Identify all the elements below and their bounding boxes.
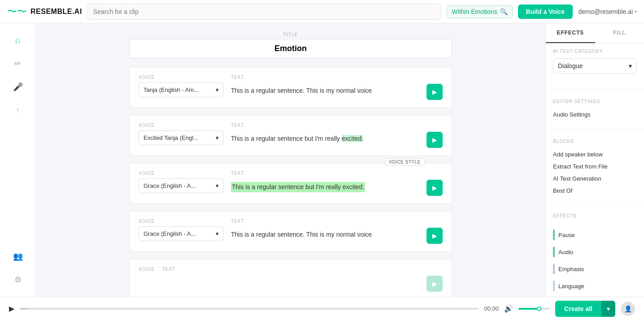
- sidebar-item-team[interactable]: 👥: [8, 246, 28, 266]
- play-button-4[interactable]: ▶: [426, 228, 443, 244]
- clip-block-1: VOICE Tanja (English - Am... ▾ TEXT This…: [129, 67, 452, 108]
- add-speaker-link[interactable]: Add speaker below: [553, 148, 637, 160]
- voice-label-5: VOICE: [139, 267, 155, 272]
- voice-chevron-2: ▾: [216, 134, 219, 141]
- volume-icon[interactable]: 🔊: [504, 304, 513, 313]
- sidebar-item-microphone[interactable]: 🎤: [8, 77, 28, 97]
- sidebar-item-home[interactable]: ⌂: [8, 30, 28, 50]
- effect-pause-label: Pause: [558, 232, 575, 238]
- text-label-4: TEXT: [231, 219, 419, 224]
- text-col-3: TEXT This is a regular sentence but I'm …: [231, 171, 419, 196]
- build-voice-button[interactable]: Build a Voice: [518, 4, 573, 19]
- play-button-3[interactable]: ▶: [426, 180, 443, 196]
- voice-label-3: VOICE: [139, 171, 224, 176]
- effect-pause[interactable]: Pause: [546, 226, 644, 243]
- clip-block-5: VOICE TEXT ▶: [129, 259, 452, 297]
- language-color-dot: [553, 281, 555, 291]
- right-panel-tabs: EFFECTS FILL: [546, 23, 644, 43]
- left-sidebar: ⌂ ✏ 🎤 ↑ 👥 ⚙: [0, 23, 36, 297]
- play-button-2[interactable]: ▶: [426, 132, 443, 148]
- tab-effects[interactable]: EFFECTS: [546, 23, 595, 43]
- effect-emphasis-label: Emphasis: [558, 266, 584, 272]
- voice-label-4: VOICE: [139, 219, 224, 224]
- voice-value-1: Tanja (English - Am...: [144, 86, 199, 93]
- voice-col-2: VOICE Excited Tanja (Engl... ▾: [139, 123, 224, 145]
- user-info[interactable]: demo@resemble.ai ▾: [578, 8, 637, 15]
- main-layout: ⌂ ✏ 🎤 ↑ 👥 ⚙ TITLE VOICE Tanja (English -…: [0, 23, 644, 297]
- sidebar-item-settings[interactable]: ⚙: [8, 270, 28, 290]
- clip-block-2: VOICE Excited Tanja (Engl... ▾ TEXT This…: [129, 115, 452, 156]
- search-input[interactable]: [87, 4, 442, 20]
- pause-color-dot: [553, 229, 555, 240]
- logo-text: RESEMBLE.AI: [30, 8, 82, 16]
- progress-track[interactable]: [20, 308, 479, 310]
- clip-row-3: VOICE Grace (English - A... ▾ TEXT This …: [139, 171, 443, 196]
- divider-1: [546, 90, 644, 90]
- best-of-link[interactable]: Best Of: [553, 185, 637, 197]
- project-selector[interactable]: Within Emotions 🔍: [447, 5, 512, 18]
- effects-list: Pause Audio Emphasis Language Phoneme Pr…: [546, 225, 644, 297]
- create-dropdown-button[interactable]: ▾: [601, 301, 615, 317]
- play-button-1[interactable]: ▶: [426, 84, 443, 100]
- ai-text-generation-link[interactable]: AI Text Generation: [553, 173, 637, 185]
- voice-value-4: Grace (English - A...: [144, 230, 196, 237]
- effects-section-label: EFFECTS: [546, 210, 644, 220]
- text-content-1[interactable]: This is a regular sentence. This is my n…: [231, 82, 419, 100]
- effect-audio[interactable]: Audio: [546, 243, 644, 260]
- audio-settings-link[interactable]: Audio Settings: [553, 108, 637, 121]
- ai-category-select[interactable]: Dialogue ▾: [553, 58, 637, 74]
- voice-select-3[interactable]: Grace (English - A... ▾: [139, 178, 224, 193]
- voice-select-4[interactable]: Grace (English - A... ▾: [139, 226, 224, 241]
- sidebar-item-upload[interactable]: ↑: [8, 100, 28, 120]
- clip-row-4: VOICE Grace (English - A... ▾ TEXT This …: [139, 219, 443, 244]
- clip-row-2: VOICE Excited Tanja (Engl... ▾ TEXT This…: [139, 123, 443, 148]
- voice-col-4: VOICE Grace (English - A... ▾: [139, 219, 224, 241]
- play-transport-button[interactable]: ▶: [9, 304, 14, 313]
- effect-language-label: Language: [558, 283, 584, 290]
- voice-select-1[interactable]: Tanja (English - Am... ▾: [139, 82, 224, 97]
- text-content-3[interactable]: This is a regular sentence but I'm reall…: [231, 178, 419, 196]
- highlight-excited: excited.: [342, 135, 363, 142]
- text-col-4: TEXT This is a regular sentence. This is…: [231, 219, 419, 244]
- voice-col-3: VOICE Grace (English - A... ▾: [139, 171, 224, 193]
- voice-chevron-4: ▾: [216, 230, 219, 237]
- center-content: TITLE VOICE Tanja (English - Am... ▾ TEX…: [36, 23, 545, 297]
- title-input[interactable]: [129, 39, 452, 58]
- text-col-5: TEXT: [162, 267, 419, 274]
- chevron-down-icon: ▾: [635, 9, 637, 14]
- text-label-1: TEXT: [231, 75, 419, 80]
- effect-audio-label: Audio: [558, 249, 573, 255]
- clip-block-4: VOICE Grace (English - A... ▾ TEXT This …: [129, 211, 452, 252]
- play-button-5[interactable]: ▶: [426, 276, 443, 292]
- voice-value-2: Excited Tanja (Engl...: [144, 134, 198, 141]
- text-content-4[interactable]: This is a regular sentence. This is my n…: [231, 226, 419, 244]
- extract-text-link[interactable]: Extract Text from File: [553, 160, 637, 173]
- effect-emphasis[interactable]: Emphasis: [546, 260, 644, 277]
- ai-category-value: Dialogue: [558, 62, 583, 69]
- progress-fill: [20, 308, 29, 310]
- time-display: 00:00: [484, 305, 499, 312]
- ai-text-section: AI TEXT CATEGORY Dialogue ▾: [546, 43, 644, 86]
- search-icon[interactable]: 🔍: [500, 8, 508, 15]
- clip-row-5: VOICE TEXT ▶: [139, 267, 443, 292]
- tab-fill[interactable]: FILL: [595, 23, 644, 43]
- text-content-2[interactable]: This is a regular sentence but I'm reall…: [231, 130, 419, 148]
- text-col-1: TEXT This is a regular sentence. This is…: [231, 75, 419, 100]
- sidebar-item-edit[interactable]: ✏: [8, 54, 28, 74]
- text-label-3: TEXT: [231, 171, 419, 176]
- audio-color-dot: [553, 246, 555, 257]
- project-name: Within Emotions: [452, 8, 497, 15]
- clip-block-3: VOICE STYLE VOICE Grace (English - A... …: [129, 163, 452, 204]
- logo: 〜〜 RESEMBLE.AI: [7, 5, 82, 18]
- text-col-2: TEXT This is a regular sentence but I'm …: [231, 123, 419, 148]
- effect-language[interactable]: Language: [546, 277, 644, 294]
- voice-label-1: VOICE: [139, 75, 224, 80]
- logo-icon: 〜〜: [7, 5, 27, 18]
- create-all-button[interactable]: Create all: [555, 301, 601, 317]
- text-label-2: TEXT: [231, 123, 419, 128]
- volume-slider[interactable]: [518, 308, 550, 310]
- voice-select-2[interactable]: Excited Tanja (Engl... ▾: [139, 130, 224, 145]
- ai-text-category-label: AI TEXT CATEGORY: [553, 49, 637, 54]
- divider-2: [546, 130, 644, 130]
- avatar: 👤: [621, 302, 635, 316]
